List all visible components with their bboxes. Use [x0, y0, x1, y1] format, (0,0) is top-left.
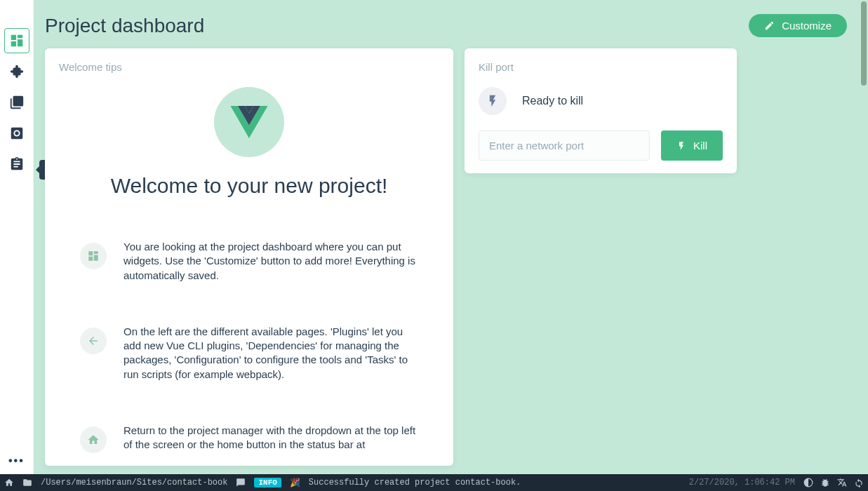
- plugin-icon: [9, 64, 25, 79]
- status-timestamp: 2/27/2020, 1:06:42 PM: [689, 478, 795, 487]
- log-icon[interactable]: [236, 478, 246, 487]
- widgets-area: Welcome tips Welcome to your new project…: [34, 48, 868, 474]
- status-bar: /Users/meisenbraun/Sites/contact-book IN…: [0, 474, 868, 491]
- dashboard-tip-icon: [80, 243, 107, 269]
- bolt-small-icon: [676, 141, 686, 151]
- bug-icon[interactable]: [820, 478, 830, 487]
- pencil-icon: [764, 20, 775, 31]
- refresh-icon[interactable]: [854, 478, 864, 487]
- svg-rect-7: [88, 257, 93, 261]
- welcome-card-title: Welcome tips: [59, 61, 439, 73]
- sidebar-item-tasks[interactable]: [4, 152, 29, 177]
- welcome-hero: Welcome to your new project!: [59, 87, 439, 198]
- kill-card-title: Kill port: [479, 61, 723, 73]
- home-tip-icon: [80, 426, 107, 453]
- status-message: Successfully created project contact-boo…: [309, 478, 521, 487]
- port-input[interactable]: [479, 130, 650, 161]
- scrollbar-thumb[interactable]: [861, 1, 867, 86]
- welcome-widget: Welcome tips Welcome to your new project…: [45, 48, 453, 466]
- dashboard-icon: [9, 33, 25, 48]
- tip-row: You are looking at the project dashboard…: [59, 240, 439, 283]
- sidebar-item-dependencies[interactable]: [4, 90, 29, 115]
- svg-rect-5: [94, 251, 98, 254]
- collections-icon: [9, 95, 25, 110]
- contrast-icon[interactable]: [803, 478, 813, 487]
- svg-rect-1: [17, 35, 22, 39]
- main-content: Project dashboard Customize Welcome tips…: [34, 0, 868, 474]
- arrow-left-tip-icon: [80, 328, 107, 354]
- sidebar: •••: [0, 0, 34, 474]
- svg-rect-0: [11, 35, 15, 40]
- party-icon: 🎉: [290, 478, 300, 488]
- status-path[interactable]: /Users/meisenbraun/Sites/contact-book: [41, 478, 227, 487]
- sidebar-more[interactable]: •••: [8, 455, 25, 467]
- header: Project dashboard Customize: [34, 0, 868, 48]
- kill-button-label: Kill: [693, 140, 707, 152]
- tip-row: Return to the project manager with the d…: [59, 424, 439, 453]
- sidebar-item-plugins[interactable]: [4, 59, 29, 84]
- tasks-icon: [9, 156, 25, 172]
- home-icon[interactable]: [4, 478, 14, 487]
- tip-text: Return to the project manager with the d…: [123, 424, 418, 452]
- sidebar-item-dashboard[interactable]: [4, 28, 29, 53]
- welcome-heading: Welcome to your new project!: [111, 174, 388, 198]
- customize-button[interactable]: Customize: [749, 14, 847, 37]
- bolt-icon: [479, 87, 507, 115]
- kill-status-text: Ready to kill: [522, 95, 583, 107]
- kill-row: Kill: [479, 130, 723, 161]
- customize-label: Customize: [782, 20, 832, 32]
- svg-rect-4: [88, 251, 93, 255]
- vue-logo-icon: [214, 87, 284, 157]
- translate-icon[interactable]: [837, 478, 847, 487]
- svg-rect-6: [94, 255, 98, 261]
- folder-icon[interactable]: [22, 478, 32, 487]
- kill-port-widget: Kill port Ready to kill Kill: [465, 48, 737, 173]
- svg-rect-2: [17, 39, 22, 46]
- sidebar-item-configuration[interactable]: [4, 121, 29, 146]
- settings-icon: [9, 126, 25, 141]
- kill-status: Ready to kill: [479, 87, 723, 115]
- tip-row: On the left are the different available …: [59, 325, 439, 382]
- tip-text: On the left are the different available …: [123, 325, 418, 382]
- tip-text: You are looking at the project dashboard…: [123, 240, 418, 283]
- page-title: Project dashboard: [45, 15, 204, 37]
- status-badge: INFO: [254, 478, 281, 487]
- kill-button[interactable]: Kill: [661, 130, 723, 161]
- svg-rect-3: [11, 41, 15, 46]
